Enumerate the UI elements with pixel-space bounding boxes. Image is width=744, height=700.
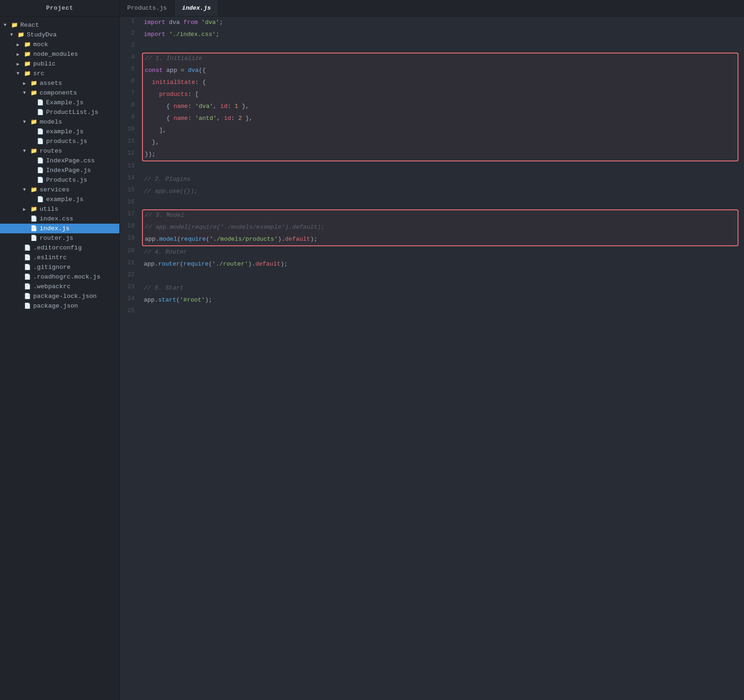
- token: 'antd': [195, 115, 217, 122]
- tree-item-label: services: [40, 186, 70, 193]
- token: './router': [212, 261, 248, 267]
- tree-item-components[interactable]: ▼ 📁 components: [0, 88, 119, 98]
- tree-item-label: assets: [40, 80, 62, 87]
- token: model: [159, 236, 177, 243]
- line-content: import './index.css';: [142, 29, 744, 41]
- token: [198, 19, 201, 26]
- token: './index.css': [169, 31, 216, 38]
- token: import: [144, 31, 165, 38]
- line-content: const app = dva({: [142, 65, 738, 77]
- tree-item-gitignore[interactable]: 📄 .gitignore: [0, 262, 119, 272]
- code-line-1: 1import dva from 'dva';: [120, 17, 744, 29]
- tree-item-label: Example.js: [46, 99, 83, 106]
- tree-item-service_example_js[interactable]: 📄 example.js: [0, 195, 119, 204]
- tree-item-label: models: [40, 119, 62, 125]
- line-content: ],: [142, 125, 738, 136]
- tree-item-label: Products.js: [46, 177, 87, 184]
- tree-item-studydva[interactable]: ▼ 📁 StudyDva: [0, 30, 119, 40]
- file-icon: 📄: [37, 196, 44, 203]
- token: // 1. Initialize: [145, 55, 202, 62]
- token: // 4. Router: [144, 249, 187, 255]
- code-line-19: 19app.model(require('./models/products')…: [120, 233, 744, 246]
- token: (: [180, 261, 183, 267]
- token: default: [255, 261, 281, 267]
- line-content: { name: 'antd', id: 2 },: [142, 113, 738, 125]
- tree-item-index_css[interactable]: 📄 index.css: [0, 214, 119, 224]
- token: :: [188, 103, 195, 110]
- line-number: 20: [120, 246, 142, 254]
- tree-item-label: IndexPage.js: [46, 167, 91, 174]
- line-number: 22: [120, 270, 142, 278]
- tree-item-index_js[interactable]: 📄 index.js: [0, 224, 119, 233]
- tree-item-models[interactable]: ▼ 📁 models: [0, 117, 119, 127]
- line-content: // app.use({});: [142, 185, 744, 197]
- line-number: 10: [120, 125, 142, 132]
- tree-item-webpackrc[interactable]: 📄 .webpackrc: [0, 282, 119, 291]
- file-icon: 📄: [24, 254, 31, 261]
- line-number: 5: [120, 65, 142, 72]
- line-number: 18: [120, 221, 142, 229]
- tree-item-model_products_js[interactable]: 📄 products.js: [0, 136, 119, 146]
- token: id: [220, 103, 228, 110]
- tab-index[interactable]: index.js: [175, 0, 218, 16]
- line-number: 16: [120, 197, 142, 205]
- tree-item-label: .webpackrc: [33, 283, 71, 290]
- tree-item-node_modules[interactable]: ▶ 📁 node_modules: [0, 49, 119, 59]
- tab-products[interactable]: Products.js: [120, 0, 175, 16]
- tree-item-assets[interactable]: ▶ 📁 assets: [0, 78, 119, 88]
- code-lines: 1import dva from 'dva';2import './index.…: [120, 17, 744, 318]
- tree-item-model_example_js[interactable]: 📄 example.js: [0, 127, 119, 136]
- tree-item-services[interactable]: ▼ 📁 services: [0, 185, 119, 195]
- tree-item-example_js[interactable]: 📄 Example.js: [0, 98, 119, 107]
- app-container: Project ▼ 📁 React ▼ 📁 StudyDva ▶ 📁 mock …: [0, 0, 744, 700]
- tree-item-react[interactable]: ▼ 📁 React: [0, 20, 119, 30]
- tree-item-indexpage_js[interactable]: 📄 IndexPage.js: [0, 166, 119, 175]
- line-content: products: [: [142, 89, 738, 101]
- line-number: 9: [120, 113, 142, 120]
- tree-item-public[interactable]: ▶ 📁 public: [0, 59, 119, 69]
- line-number: 6: [120, 77, 142, 84]
- line-content: app.router(require('./router').default);: [142, 258, 744, 270]
- chevron-icon: ▶: [23, 207, 29, 212]
- tree-item-router_js[interactable]: 📄 router.js: [0, 233, 119, 243]
- token: ).: [278, 236, 285, 243]
- tree-item-src[interactable]: ▼ 📁 src: [0, 69, 119, 78]
- file-tree: ▼ 📁 React ▼ 📁 StudyDva ▶ 📁 mock ▶ 📁 node…: [0, 17, 119, 700]
- token: : {: [195, 79, 206, 86]
- tree-item-package_lock_json[interactable]: 📄 package-lock.json: [0, 291, 119, 301]
- chevron-icon: ▼: [23, 148, 29, 154]
- line-content: // 2. Plugins: [142, 173, 744, 185]
- tree-item-editorconfig[interactable]: 📄 .editorconfig: [0, 243, 119, 253]
- tree-item-label: example.js: [46, 196, 83, 203]
- line-number: 14: [120, 173, 142, 181]
- tree-item-eslintrc[interactable]: 📄 .eslintrc: [0, 253, 119, 262]
- token: {: [145, 103, 173, 110]
- file-icon: 📄: [24, 293, 31, 300]
- tree-item-label: package-lock.json: [33, 293, 97, 300]
- token: products: [159, 91, 188, 98]
- tree-item-roadhogrc[interactable]: 📄 .roadhogrc.mock.js: [0, 272, 119, 282]
- token: 1: [235, 103, 238, 110]
- tree-item-routes[interactable]: ▼ 📁 routes: [0, 146, 119, 156]
- folder-icon: 📁: [24, 70, 31, 77]
- token: id: [224, 115, 231, 122]
- code-line-21: 21app.router(require('./router').default…: [120, 258, 744, 270]
- line-number: 15: [120, 185, 142, 193]
- tree-item-route_products_js[interactable]: 📄 Products.js: [0, 175, 119, 185]
- tree-item-mock[interactable]: ▶ 📁 mock: [0, 40, 119, 49]
- tree-item-productlist_js[interactable]: 📄 ProductList.js: [0, 107, 119, 117]
- tree-item-indexpage_css[interactable]: 📄 IndexPage.css: [0, 156, 119, 166]
- token: },: [145, 139, 159, 146]
- token: ).: [248, 261, 255, 267]
- token: // 3. Model: [145, 212, 184, 219]
- tree-item-label: package.json: [33, 303, 78, 309]
- tree-item-utils[interactable]: ▶ 📁 utils: [0, 204, 119, 214]
- tree-item-label: src: [33, 70, 44, 77]
- code-line-24: 24app.start('#root');: [120, 294, 744, 306]
- folder-icon: 📁: [30, 206, 37, 213]
- tree-item-package_json[interactable]: 📄 package.json: [0, 301, 119, 311]
- token: },: [238, 103, 249, 110]
- tree-item-label: index.js: [40, 225, 70, 232]
- code-line-7: 7 products: [: [120, 89, 744, 101]
- folder-icon: 📁: [30, 119, 37, 125]
